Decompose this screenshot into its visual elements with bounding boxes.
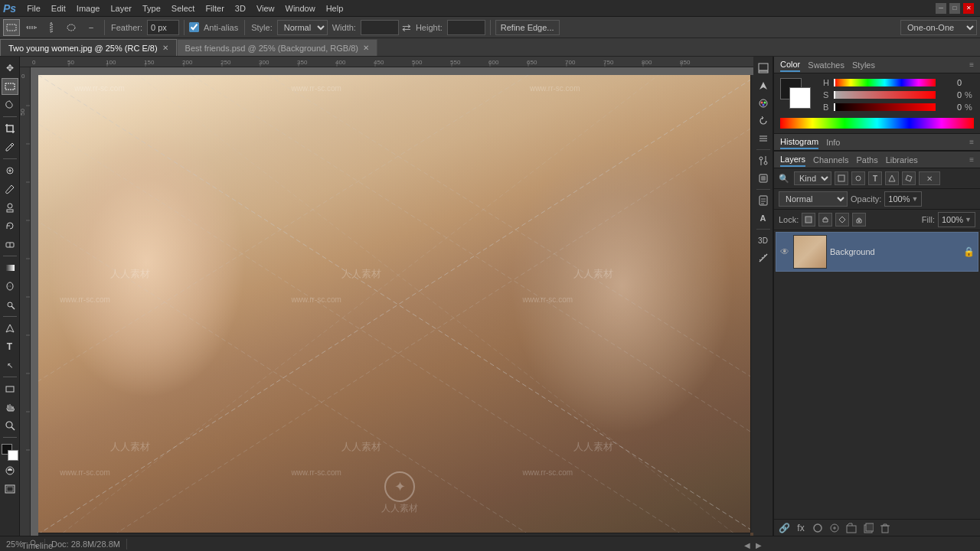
crop-tool[interactable] [2,120,18,137]
adjustments-btn[interactable] [755,152,772,169]
b-slider[interactable] [834,103,936,111]
type-filter-btn[interactable]: T [868,171,882,185]
layer-link-btn[interactable]: 🔗 [777,521,791,535]
move-tool[interactable]: ✥ [2,60,18,77]
hand-tool[interactable] [2,399,18,416]
lock-all-btn[interactable] [852,213,866,227]
timeline-label[interactable]: Timeline [21,541,53,550]
single-row-tool-btn[interactable] [23,19,40,36]
workspace-btn[interactable] [755,60,772,77]
v-scrollbar[interactable]: ▲ ▼ [750,75,753,533]
lasso-tool[interactable] [2,96,18,113]
layer-fx-btn[interactable]: fx [794,521,808,535]
menu-window[interactable]: Window [281,2,320,15]
menu-filter[interactable]: Filter [201,2,228,15]
v-scroll-thumb[interactable] [753,109,754,369]
menu-image[interactable]: Image [72,2,105,15]
3d-btn[interactable]: 3D [755,232,772,249]
fill-dropdown[interactable]: ▼ [965,216,972,223]
menu-3d[interactable]: 3D [230,2,250,15]
tab-2[interactable]: Best friends.psd @ 25% (Background, RGB/… [177,39,377,56]
color-spectrum[interactable] [780,118,974,129]
filter-toggle-btn[interactable]: ✕ [919,171,940,185]
lock-transparent-btn[interactable] [802,213,815,227]
styles-tab[interactable]: Styles [852,59,875,71]
swap-wh-icon[interactable]: ⇄ [402,21,411,34]
layer-row-background[interactable]: 👁 Background 🔒 [776,232,978,272]
swatches-tab[interactable]: Swatches [808,59,844,71]
blur-tool[interactable] [2,278,18,295]
h-slider[interactable] [834,79,936,86]
width-input[interactable] [361,20,399,35]
char-btn[interactable]: A [755,210,772,227]
bg-swatch[interactable] [789,87,811,109]
menu-layer[interactable]: Layer [106,2,136,15]
lock-image-btn[interactable] [818,213,832,227]
layer-mask-btn[interactable] [811,521,825,535]
path-select-tool[interactable]: ↖ [2,357,18,373]
libraries-tab[interactable]: Libraries [886,154,918,166]
layer-delete-btn[interactable] [878,521,892,535]
eyedropper-tool[interactable] [2,139,18,155]
color-panel-menu[interactable]: ≡ [969,60,974,69]
layer-group-btn[interactable] [844,521,858,535]
screen-mode-btn[interactable] [2,481,18,497]
channels-tab[interactable]: Channels [813,154,848,166]
tab-2-close[interactable]: ✕ [363,44,369,52]
menu-file[interactable]: File [22,2,45,15]
close-button[interactable]: ✕ [963,3,974,14]
restore-button[interactable]: □ [949,3,960,14]
marquee-tool-btn[interactable] [3,19,20,36]
menu-view[interactable]: View [252,2,279,15]
paths-tab[interactable]: Paths [857,154,878,166]
layers-tab[interactable]: Layers [780,153,805,167]
menu-type[interactable]: Type [138,2,165,15]
eraser-tool[interactable] [2,236,18,253]
subtract-sel-btn[interactable]: – [83,19,100,36]
history-brush-tool[interactable] [2,217,18,234]
shape-tool[interactable] [2,380,18,397]
styles-btn[interactable] [755,170,772,187]
adj-filter-btn[interactable] [851,171,865,185]
layer-kind-select[interactable]: Kind [794,171,831,185]
fill-value[interactable]: 100% ▼ [938,212,975,227]
feather-input[interactable] [147,20,179,35]
menu-help[interactable]: Help [322,2,348,15]
fg-bg-colors[interactable] [2,444,18,461]
quick-mask-btn[interactable] [2,462,18,479]
brush-tool[interactable] [2,181,18,197]
s-slider[interactable] [834,91,936,99]
zoom-tool[interactable] [2,417,18,434]
info-tab[interactable]: Info [826,136,840,148]
scroll-down-arrow[interactable]: ▼ [753,522,753,533]
height-input[interactable] [447,20,485,35]
notes-btn[interactable] [755,192,772,209]
anti-alias-checkbox[interactable] [189,22,199,32]
scroll-pos-left[interactable]: ◀ [744,541,750,549]
minimize-button[interactable]: ─ [936,3,946,14]
scroll-up-arrow[interactable]: ▲ [753,75,753,86]
lock-pos-btn[interactable] [835,213,849,227]
tab-1[interactable]: Two young women.jpg @ 25% (RC E/8) ✕ [0,39,177,56]
marquee-tool[interactable] [2,78,18,95]
histogram-panel-menu[interactable]: ≡ [969,138,974,146]
stamp-tool[interactable] [2,199,18,216]
histogram-tab[interactable]: Histogram [780,135,818,149]
layer-new-btn[interactable] [861,521,875,535]
elliptical-tool-btn[interactable] [63,19,80,36]
heal-tool[interactable] [2,162,18,179]
bg-color[interactable] [8,450,18,461]
layer-adj-btn[interactable] [828,521,841,535]
style-select[interactable]: Normal [277,20,328,35]
type-tool[interactable]: T [2,338,18,355]
history-btn[interactable] [755,112,772,129]
scroll-pos-right[interactable]: ▶ [756,541,762,549]
color-tab[interactable]: Color [780,58,800,72]
v-scroll-track[interactable] [753,87,754,520]
smartobj-filter-btn[interactable] [902,171,916,185]
menu-edit[interactable]: Edit [47,2,70,15]
actions-btn[interactable] [755,130,772,147]
single-col-tool-btn[interactable] [43,19,60,36]
shape-filter-btn[interactable] [885,171,899,185]
pen-tool[interactable] [2,320,18,337]
